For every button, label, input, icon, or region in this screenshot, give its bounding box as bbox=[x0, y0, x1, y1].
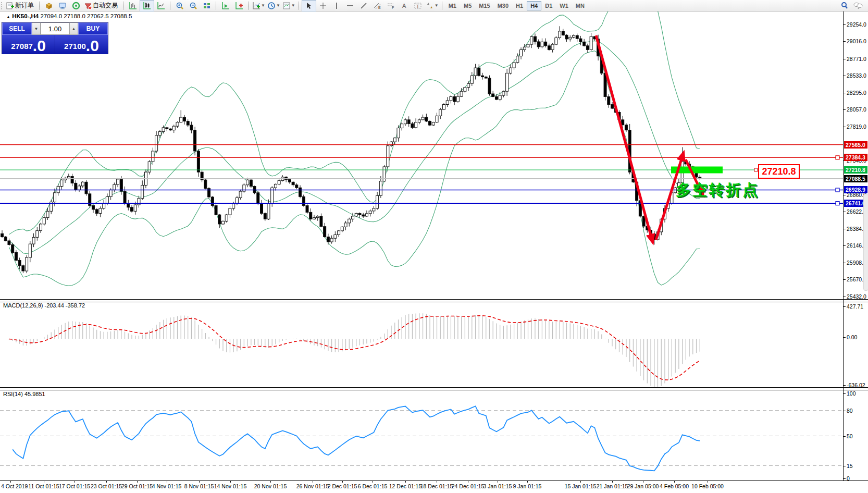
date-tick-mark bbox=[437, 480, 437, 483]
candle bbox=[450, 96, 452, 101]
candle bbox=[190, 125, 193, 130]
timeframe-mn[interactable]: MN bbox=[572, 1, 588, 10]
candle bbox=[516, 56, 519, 63]
bar-chart-button[interactable] bbox=[126, 1, 140, 11]
strategy-test-button[interactable] bbox=[219, 1, 232, 11]
timeframe-m15[interactable]: M15 bbox=[475, 1, 493, 10]
vertical-line-tool[interactable] bbox=[330, 1, 343, 11]
panel-separator[interactable] bbox=[0, 387, 868, 390]
candle bbox=[29, 244, 31, 257]
text-label-tool[interactable]: T bbox=[411, 1, 425, 11]
price-badge: 27565.0 bbox=[844, 141, 867, 149]
fibonacci-tool[interactable]: F bbox=[384, 1, 398, 11]
bar-chart-icon bbox=[129, 2, 137, 10]
text-tool[interactable]: A bbox=[398, 1, 411, 11]
line-chart-button[interactable] bbox=[154, 1, 168, 11]
new-order-button[interactable]: 新订单 bbox=[5, 1, 37, 11]
price-tick-label: 29254.0 bbox=[847, 21, 866, 28]
new-order-icon bbox=[6, 2, 15, 10]
candle bbox=[253, 187, 256, 193]
candle bbox=[8, 241, 10, 245]
buy-price-frac: .0 bbox=[86, 38, 99, 54]
volume-decrease-button[interactable]: ▼ bbox=[32, 22, 41, 35]
chat-button[interactable] bbox=[851, 1, 865, 11]
cursor-tool[interactable] bbox=[302, 0, 316, 11]
level-handle[interactable] bbox=[836, 202, 839, 205]
macd-tick-mark bbox=[843, 385, 846, 386]
chart-canvas[interactable] bbox=[0, 0, 868, 493]
candle bbox=[551, 44, 554, 50]
scrollbar-thumb[interactable] bbox=[863, 194, 868, 291]
price-badge: 27088.5 bbox=[844, 175, 867, 182]
timeframe-m5[interactable]: M5 bbox=[460, 1, 475, 10]
candle bbox=[229, 208, 231, 215]
tile-windows-button[interactable] bbox=[200, 1, 214, 11]
dropdown-arrow-icon: ▼ bbox=[435, 3, 439, 8]
horizontal-line-tool[interactable] bbox=[343, 1, 357, 11]
date-tick-label: 24 Dec 01:15 bbox=[452, 483, 484, 489]
equidistant-channel-tool[interactable]: E bbox=[370, 1, 384, 11]
bollinger-lower bbox=[9, 51, 700, 286]
new-chart-button[interactable] bbox=[232, 1, 246, 11]
collapse-arrow-icon[interactable]: ▲ bbox=[6, 15, 10, 19]
price-tick-mark bbox=[843, 59, 846, 59]
history-center-button[interactable] bbox=[42, 1, 56, 11]
periods-button[interactable]: ▼ bbox=[266, 1, 281, 11]
buy-button[interactable]: BUY bbox=[78, 22, 108, 35]
zoom-in-button[interactable] bbox=[173, 1, 187, 11]
volume-increase-button[interactable]: ▲ bbox=[69, 22, 78, 35]
bollinger-upper bbox=[9, 0, 700, 235]
market-watch-button[interactable] bbox=[69, 1, 83, 11]
timeframe-d1[interactable]: D1 bbox=[541, 1, 556, 10]
macd-axis-label: 427.71 bbox=[847, 303, 863, 310]
candle bbox=[453, 96, 456, 102]
candle bbox=[43, 218, 45, 224]
candle bbox=[415, 122, 417, 128]
templates-button[interactable]: ▼ bbox=[281, 1, 296, 11]
timeframe-m30[interactable]: M30 bbox=[494, 1, 512, 10]
panel-separator[interactable] bbox=[0, 299, 868, 302]
buy-price[interactable]: 27100.0 bbox=[55, 35, 108, 54]
date-tick-label: 21 Jan 01:15 bbox=[597, 483, 628, 489]
candle bbox=[467, 83, 470, 88]
timeframe-m1[interactable]: M1 bbox=[445, 1, 460, 10]
turning-point-annotation[interactable]: 多空转折点 bbox=[676, 180, 759, 201]
candle bbox=[520, 50, 523, 56]
rsi-line bbox=[13, 406, 700, 471]
sell-price[interactable]: 27087.0 bbox=[2, 35, 55, 54]
candle bbox=[464, 88, 466, 92]
timeframe-w1[interactable]: W1 bbox=[556, 1, 572, 10]
trend-arrows[interactable] bbox=[596, 35, 702, 241]
chart-symbol: HK50-,H4 bbox=[12, 13, 39, 19]
zoom-out-button[interactable] bbox=[187, 1, 200, 11]
price-annotation-label[interactable]: 27210.8 bbox=[758, 164, 800, 179]
terminal-button[interactable] bbox=[56, 1, 69, 11]
price-tick-mark bbox=[843, 109, 846, 110]
candle bbox=[460, 91, 463, 96]
candle bbox=[407, 120, 410, 124]
timeframe-h4[interactable]: H4 bbox=[527, 1, 541, 10]
candle bbox=[559, 31, 561, 38]
candle bbox=[530, 36, 533, 44]
trendline-tool[interactable] bbox=[357, 1, 370, 11]
candle bbox=[180, 117, 182, 122]
date-tick-label: 4 Nov 01:15 bbox=[152, 483, 182, 489]
trend-arrow[interactable] bbox=[596, 35, 652, 241]
chart-ohlc: 27094.0 27188.0 27062.5 27088.5 bbox=[40, 13, 132, 19]
candle-chart-button[interactable] bbox=[140, 0, 154, 11]
toolbar-grip[interactable] bbox=[1, 2, 4, 9]
timeframe-h1[interactable]: H1 bbox=[512, 1, 527, 10]
shapes-tool[interactable]: ▼ bbox=[425, 1, 440, 11]
autotrade-button[interactable]: 自动交易 bbox=[83, 1, 121, 11]
price-tick-mark bbox=[843, 297, 846, 297]
search-button[interactable] bbox=[838, 1, 851, 11]
level-handle[interactable] bbox=[836, 188, 839, 192]
crosshair-tool[interactable] bbox=[316, 1, 330, 11]
level-handle[interactable] bbox=[836, 156, 839, 159]
candle bbox=[502, 91, 505, 95]
sell-button[interactable]: SELL bbox=[2, 22, 32, 35]
candle bbox=[11, 244, 14, 252]
candle bbox=[324, 227, 326, 237]
indicators-button[interactable]: ▼ bbox=[251, 1, 266, 11]
volume-input[interactable] bbox=[41, 22, 69, 35]
